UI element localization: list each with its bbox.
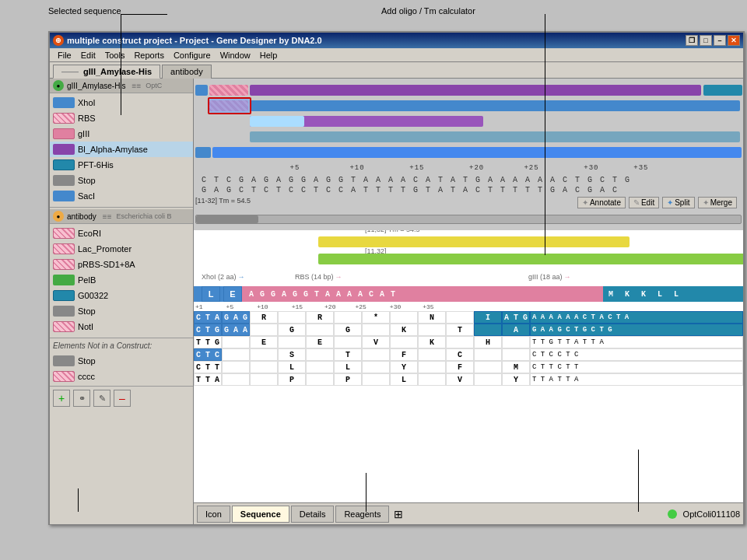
menu-bar: File Edit Tools Reports Configure Window…: [50, 48, 743, 62]
sequence-canvas: [11,32] Tm = 54.5 [11,32] XhoI (2 aa) → …: [194, 230, 743, 502]
element-stop-nc[interactable]: Stop: [50, 353, 193, 369]
split-button[interactable]: ✦ Split: [662, 197, 694, 208]
noti-label: NotI: [78, 322, 190, 331]
tab-details-label: Details: [300, 509, 326, 519]
element-g00322[interactable]: G00322: [50, 288, 193, 303]
window-controls: ❐ □ – ✕: [686, 35, 740, 46]
stop2-label: Stop: [78, 306, 190, 316]
element-prbs[interactable]: pRBS-SD1+8A: [50, 257, 193, 272]
status-text: OptColi011108: [683, 509, 740, 519]
giii-element-list: XhoI RBS gIII Bl_Alpha-Amylase: [50, 93, 193, 205]
rbs-icon: [53, 113, 75, 124]
element-pft6his[interactable]: PFT-6His: [50, 157, 193, 173]
cccc-label: cccc: [78, 372, 190, 381]
menu-window[interactable]: Window: [216, 48, 255, 61]
menu-configure[interactable]: Configure: [169, 48, 216, 61]
stop1-label: Stop: [78, 176, 190, 185]
element-lac-promoter[interactable]: Lac_Promoter: [50, 241, 193, 257]
rbs-annotation-label: RBS (14 bp): [295, 273, 334, 281]
menu-reports[interactable]: Reports: [129, 48, 169, 61]
oligo-tm-label: [11,32] Tm = 54.5: [365, 230, 420, 233]
menu-edit[interactable]: Edit: [76, 48, 100, 61]
reagents-icon[interactable]: ⊞: [394, 508, 403, 520]
tab-reagents[interactable]: Reagents: [335, 506, 389, 523]
tab-icon-label: Icon: [205, 509, 222, 519]
menu-help[interactable]: Help: [255, 48, 282, 61]
edit-seq-button[interactable]: ✎ Edit: [629, 197, 659, 208]
tab-details[interactable]: Details: [291, 506, 335, 523]
stop1-icon: [53, 175, 75, 186]
window-title: multiple construct project - Project - G…: [67, 36, 686, 45]
tab-giii-amylase[interactable]: —— gIII_Amylase-His: [53, 65, 160, 79]
tab-reagents-label: Reagents: [344, 509, 381, 519]
menu-tools[interactable]: Tools: [100, 48, 130, 61]
stop-nc-label: Stop: [78, 356, 190, 366]
noti-icon: [53, 321, 75, 332]
maximize-button[interactable]: –: [714, 35, 726, 46]
remove-element-button[interactable]: –: [114, 390, 131, 407]
element-ecori[interactable]: EcoRI: [50, 226, 193, 241]
edit-label: Edit: [641, 198, 654, 207]
tm-range-value: [11-32] Tm = 54.5: [195, 197, 251, 205]
bottom-tab-bar: Icon Sequence Details Reagents ⊞: [194, 502, 743, 524]
left-panel-bottom: + ⚭ ✎ –: [50, 386, 193, 410]
element-saci[interactable]: SacI: [50, 188, 193, 204]
giii-annotation: gIII (18 aa) →: [528, 273, 571, 281]
not-in-construct-list: Stop cccc: [50, 352, 193, 386]
sequence-container: +5 +10 +15 +20 +25 +30 +35 C T C G A G A…: [194, 79, 743, 524]
close-button[interactable]: ✕: [728, 35, 740, 46]
element-bl-alpha-amylase[interactable]: Bl_Alpha-Amylase: [50, 142, 193, 157]
element-giii[interactable]: gIII: [50, 126, 193, 142]
xhoi-annotation: XhoI (2 aa) →: [202, 273, 245, 281]
merge-button[interactable]: ✦ Merge: [698, 197, 737, 208]
main-window: ⊕ multiple construct project - Project -…: [48, 31, 745, 525]
divider1: [50, 207, 193, 208]
prbs-icon: [53, 259, 75, 270]
tm-range-display: [11-32] Tm = 54.5: [195, 197, 251, 205]
element-pelb[interactable]: PelB: [50, 272, 193, 288]
tab-icon[interactable]: Icon: [197, 506, 230, 523]
ecori-label: EcoRI: [78, 229, 190, 238]
restore-button[interactable]: ❐: [686, 35, 698, 46]
status-bar: OptColi011108: [668, 509, 740, 519]
edit-element-button[interactable]: ✎: [93, 390, 110, 407]
giii-label: gIII: [78, 129, 190, 138]
tab-antibody-label: antibody: [170, 67, 203, 76]
annotate-button[interactable]: ✦ Annotate: [577, 197, 626, 208]
xhoi-label: XhoI: [78, 98, 190, 107]
xhoi-annotation-label: XhoI (2 aa): [202, 273, 237, 281]
tab-antibody[interactable]: antibody: [162, 65, 212, 79]
stop-nc-icon: [53, 355, 75, 366]
element-stop1[interactable]: Stop: [50, 173, 193, 188]
icon-canvas: +5 +10 +15 +20 +25 +30 +35 C T C G A G A…: [194, 79, 743, 230]
selected-sequence-label: Selected sequence: [48, 6, 121, 16]
saci-label: SacI: [78, 191, 190, 201]
element-noti[interactable]: NotI: [50, 319, 193, 334]
element-rbs[interactable]: RBS: [50, 110, 193, 126]
tab-giii-label: gIII_Amylase-His: [83, 67, 152, 76]
cccc-icon: [53, 371, 75, 382]
status-indicator: [668, 509, 677, 519]
construct-icon-antibody: ●: [53, 211, 64, 222]
minimize-button[interactable]: □: [700, 35, 712, 46]
construct-name-antibody: antibody: [67, 212, 96, 221]
app-icon: ⊕: [53, 35, 64, 46]
merge-label: Merge: [710, 198, 732, 207]
xhoi-icon: [53, 97, 75, 108]
element-stop2[interactable]: Stop: [50, 303, 193, 319]
tab-sequence[interactable]: Sequence: [232, 506, 289, 523]
tab-sequence-label: Sequence: [240, 509, 281, 519]
rbs-annotation: RBS (14 bp) →: [295, 273, 342, 281]
add-element-button[interactable]: +: [53, 390, 70, 407]
menu-file[interactable]: File: [53, 48, 76, 61]
construct-icon-giii: ●: [53, 80, 64, 91]
antibody-element-list: EcoRI Lac_Promoter pRBS-SD1+8A PelB: [50, 224, 193, 336]
link-element-button[interactable]: ⚭: [73, 390, 90, 407]
split-label: Split: [675, 198, 689, 207]
elements-not-in-label: Elements Not in a Construct:: [50, 340, 193, 352]
annotate-label: Annotate: [590, 198, 621, 207]
element-xhoi[interactable]: XhoI: [50, 95, 193, 110]
element-cccc[interactable]: cccc: [50, 369, 193, 384]
tab-bar: —— gIII_Amylase-His antibody: [50, 62, 743, 79]
pft-icon: [53, 159, 75, 170]
